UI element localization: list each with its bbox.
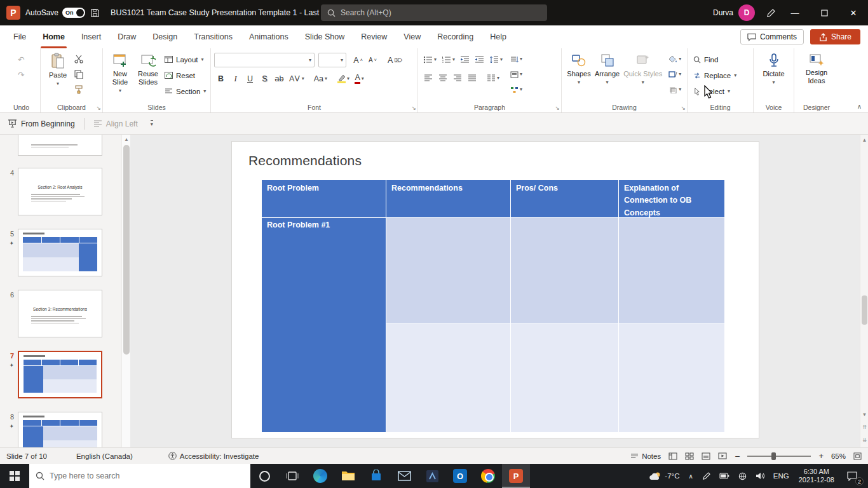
- font-name-combobox[interactable]: ▾: [214, 53, 315, 67]
- scrollbar-thumb[interactable]: [862, 295, 867, 325]
- thumbnail-slide-6[interactable]: 6 Section 3: Recommendations: [0, 290, 121, 337]
- tab-design[interactable]: Design: [144, 25, 186, 48]
- shape-fill-icon[interactable]: ▾: [667, 52, 683, 66]
- fit-slide-to-window-icon[interactable]: [853, 452, 862, 460]
- new-slide-button[interactable]: New Slide ▾: [106, 50, 134, 94]
- slide-7-thumbnail-selected[interactable]: [18, 351, 102, 398]
- minimize-button[interactable]: —: [780, 0, 810, 25]
- dictate-button[interactable]: Dictate ▾: [760, 50, 788, 86]
- format-painter-icon[interactable]: [72, 83, 85, 97]
- zoom-level[interactable]: 65%: [831, 452, 846, 460]
- dialog-launcher-icon[interactable]: ↘: [681, 105, 686, 111]
- avatar[interactable]: D: [738, 4, 755, 21]
- windows-ink-icon[interactable]: [698, 464, 715, 488]
- powerpoint-taskbar-icon[interactable]: P: [502, 464, 530, 488]
- cortana-icon[interactable]: [250, 464, 278, 488]
- tab-insert[interactable]: Insert: [73, 25, 109, 48]
- slide-editor[interactable]: Recommendations Root Problem Recommendat…: [232, 142, 759, 438]
- pinned-app-icon[interactable]: [418, 464, 446, 488]
- zoom-slider[interactable]: [747, 456, 811, 457]
- scroll-up-icon[interactable]: ▲: [860, 135, 868, 145]
- increase-font-size-icon[interactable]: A˄: [351, 53, 365, 67]
- table-cell[interactable]: [386, 218, 510, 323]
- cut-icon[interactable]: [72, 52, 85, 66]
- slide-6-thumbnail[interactable]: Section 3: Recommendations: [18, 290, 102, 337]
- underline-icon[interactable]: U: [243, 72, 257, 86]
- scroll-up-icon[interactable]: ▲: [122, 135, 130, 144]
- undo-icon[interactable]: ↶: [15, 52, 28, 66]
- reset-button[interactable]: Reset: [162, 68, 208, 83]
- file-explorer-icon[interactable]: [334, 464, 362, 488]
- customize-toolbar-icon[interactable]: ▾: [151, 120, 153, 127]
- justify-icon[interactable]: [465, 71, 478, 85]
- save-icon[interactable]: [85, 3, 104, 22]
- slide-5-thumbnail[interactable]: [18, 229, 102, 276]
- normal-view-button[interactable]: [668, 452, 677, 460]
- dialog-launcher-icon[interactable]: ↘: [411, 105, 416, 111]
- weather-widget[interactable]: -7°C: [644, 464, 684, 488]
- scroll-down-icon[interactable]: ▼: [860, 409, 868, 419]
- slide-sorter-view-button[interactable]: [685, 452, 694, 460]
- layout-button[interactable]: Layout▾: [162, 52, 208, 67]
- network-icon[interactable]: [734, 464, 751, 488]
- notes-button[interactable]: Notes: [630, 452, 661, 460]
- align-left-quick-button[interactable]: Align Left: [93, 119, 138, 128]
- tab-home[interactable]: Home: [34, 25, 73, 48]
- table-cell[interactable]: [619, 324, 724, 432]
- columns-icon[interactable]: ▾: [485, 71, 501, 85]
- line-spacing-icon[interactable]: ▾: [487, 53, 505, 67]
- select-button[interactable]: Select▾: [691, 84, 739, 98]
- quick-styles-button[interactable]: Quick Styles ▾: [621, 50, 664, 86]
- tab-animations[interactable]: Animations: [241, 25, 297, 48]
- text-highlight-icon[interactable]: ▾: [336, 72, 351, 86]
- find-button[interactable]: Find: [691, 52, 739, 67]
- increase-indent-icon[interactable]: [473, 53, 486, 67]
- dialog-launcher-icon[interactable]: ↘: [96, 105, 101, 111]
- maximize-button[interactable]: [810, 0, 839, 25]
- slide-title[interactable]: Recommendations: [248, 153, 362, 168]
- italic-icon[interactable]: I: [229, 72, 242, 86]
- thumbnail-scrollbar[interactable]: ▲: [121, 135, 130, 447]
- ink-pen-icon[interactable]: [761, 3, 780, 22]
- paste-button[interactable]: Paste ▾: [44, 50, 72, 87]
- previous-slide-icon[interactable]: ⇈: [860, 422, 868, 432]
- table-cell[interactable]: [619, 218, 724, 323]
- replace-button[interactable]: Replace▾: [691, 68, 739, 83]
- action-center-button[interactable]: 2: [839, 464, 865, 488]
- slide-table[interactable]: Root Problem Recommendations Pros/ Cons …: [262, 180, 724, 432]
- text-direction-icon[interactable]: ▾: [508, 52, 524, 66]
- table-header-cell[interactable]: Root Problem: [262, 180, 386, 217]
- dialog-launcher-icon[interactable]: ↘: [555, 105, 560, 111]
- slide-show-button[interactable]: [718, 452, 727, 460]
- microsoft-store-icon[interactable]: [362, 464, 390, 488]
- slide-8-thumbnail[interactable]: [18, 412, 102, 447]
- language-indicator[interactable]: ENG: [769, 464, 794, 488]
- thumbnail-slide-3-partial[interactable]: [0, 135, 121, 156]
- outlook-icon[interactable]: O: [446, 464, 474, 488]
- tab-transitions[interactable]: Transitions: [186, 25, 241, 48]
- redo-icon[interactable]: ↷: [15, 67, 28, 81]
- task-view-icon[interactable]: [278, 464, 306, 488]
- accessibility-status[interactable]: Accessibility: Investigate: [168, 452, 259, 460]
- bold-icon[interactable]: B: [214, 72, 227, 86]
- mail-icon[interactable]: [390, 464, 418, 488]
- autosave-toggle[interactable]: On: [62, 8, 85, 18]
- table-header-cell[interactable]: Pros/ Cons: [511, 180, 618, 217]
- thumbnail-slide-5[interactable]: 5 ✦: [0, 229, 121, 276]
- comments-button[interactable]: Comments: [740, 29, 804, 44]
- reading-view-button[interactable]: [702, 452, 710, 460]
- shapes-button[interactable]: Shapes ▾: [565, 50, 593, 86]
- font-size-combobox[interactable]: ▾: [318, 53, 346, 67]
- font-color-icon[interactable]: A▾: [353, 72, 366, 86]
- table-header-cell[interactable]: Recommendations: [386, 180, 510, 217]
- table-cell[interactable]: [511, 324, 618, 432]
- tab-slide-show[interactable]: Slide Show: [297, 25, 353, 48]
- convert-to-smartart-icon[interactable]: ▾: [508, 83, 524, 97]
- thumbnail-slide-8[interactable]: 8 ✦: [0, 412, 121, 447]
- strikethrough-icon[interactable]: ab: [273, 72, 286, 86]
- chrome-icon[interactable]: [474, 464, 502, 488]
- from-beginning-button[interactable]: From Beginning: [8, 119, 75, 128]
- canvas-scrollbar[interactable]: ▲ ▼ ⇈ ⇊: [860, 135, 868, 447]
- change-case-icon[interactable]: Aa▾: [312, 72, 329, 86]
- zoom-out-icon[interactable]: −: [735, 451, 740, 461]
